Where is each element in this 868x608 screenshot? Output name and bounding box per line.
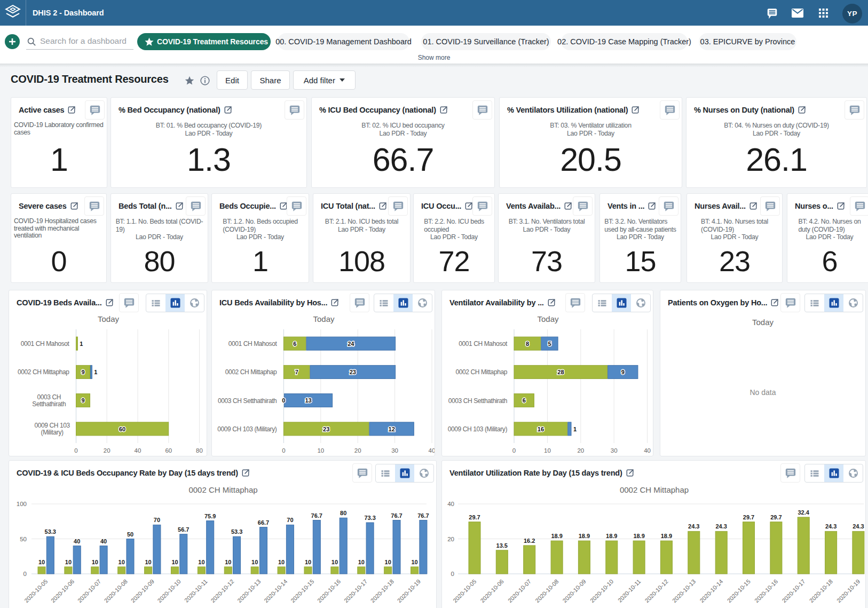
svg-text:10: 10 (278, 559, 285, 565)
svg-text:1: 1 (94, 369, 97, 375)
svg-text:24.3: 24.3 (853, 523, 864, 530)
svg-text:40: 40 (135, 447, 141, 454)
svg-text:0003 CH Setthathirath: 0003 CH Setthathirath (218, 397, 277, 405)
svg-text:9: 9 (81, 397, 84, 404)
svg-text:24.3: 24.3 (688, 523, 699, 530)
svg-text:0002 CH Mittaphap: 0002 CH Mittaphap (455, 368, 507, 376)
svg-text:2020-10-19: 2020-10-19 (835, 578, 861, 604)
svg-text:76.7: 76.7 (391, 512, 402, 519)
svg-text:53.3: 53.3 (231, 528, 242, 535)
svg-text:10: 10 (332, 559, 338, 565)
svg-text:2020-10-12: 2020-10-12 (209, 578, 235, 604)
svg-text:20: 20 (354, 447, 361, 454)
svg-text:23: 23 (323, 426, 329, 432)
svg-text:24: 24 (348, 341, 354, 347)
svg-text:10: 10 (92, 559, 98, 565)
svg-text:10: 10 (198, 559, 204, 565)
svg-text:0001 CH Mahosot: 0001 CH Mahosot (459, 340, 508, 348)
svg-text:23: 23 (350, 369, 356, 375)
svg-text:10: 10 (358, 559, 365, 565)
svg-text:20: 20 (577, 447, 584, 454)
svg-text:2020-10-15: 2020-10-15 (289, 578, 315, 604)
svg-text:1: 1 (80, 341, 83, 347)
svg-text:2020-10-07: 2020-10-07 (507, 578, 532, 604)
svg-text:10: 10 (171, 559, 178, 565)
svg-text:0002 CH Mittaphap: 0002 CH Mittaphap (620, 485, 689, 494)
svg-text:2020-10-13: 2020-10-13 (671, 578, 697, 604)
svg-text:Today: Today (98, 314, 120, 323)
svg-text:10: 10 (38, 559, 45, 565)
svg-text:2020-10-13: 2020-10-13 (236, 578, 262, 604)
svg-text:29.7: 29.7 (743, 514, 754, 520)
svg-text:18.9: 18.9 (661, 533, 672, 539)
svg-text:0: 0 (451, 571, 454, 577)
svg-text:40: 40 (74, 538, 80, 544)
svg-text:18.9: 18.9 (579, 533, 590, 539)
svg-text:0003 CH: 0003 CH (37, 393, 61, 401)
svg-text:32.4: 32.4 (798, 509, 809, 516)
svg-text:66.7: 66.7 (258, 519, 269, 526)
svg-text:73.3: 73.3 (364, 515, 375, 521)
svg-text:100: 100 (17, 501, 27, 507)
svg-text:2020-10-14: 2020-10-14 (698, 578, 724, 604)
svg-text:10: 10 (145, 559, 151, 565)
svg-text:2020-10-11: 2020-10-11 (617, 578, 642, 604)
svg-text:2020-10-10: 2020-10-10 (156, 578, 182, 604)
svg-text:10: 10 (317, 447, 324, 454)
svg-text:10: 10 (119, 559, 125, 565)
svg-text:16: 16 (538, 426, 544, 432)
svg-text:10: 10 (251, 559, 258, 565)
svg-text:2020-10-17: 2020-10-17 (343, 578, 368, 604)
svg-text:30: 30 (391, 447, 398, 454)
svg-text:28: 28 (557, 369, 564, 375)
svg-text:5: 5 (548, 341, 551, 347)
svg-text:50: 50 (127, 531, 133, 538)
svg-text:80: 80 (196, 447, 203, 454)
svg-text:Today: Today (313, 314, 335, 323)
svg-text:8: 8 (526, 341, 529, 347)
svg-text:2020-10-08: 2020-10-08 (103, 578, 129, 604)
svg-text:9: 9 (81, 369, 84, 375)
svg-text:2020-10-10: 2020-10-10 (589, 578, 614, 604)
svg-text:2020-10-11: 2020-10-11 (183, 578, 209, 604)
svg-text:13: 13 (305, 397, 311, 404)
svg-text:76.7: 76.7 (417, 512, 429, 519)
svg-text:0009 CH 103: 0009 CH 103 (34, 422, 70, 429)
svg-text:40: 40 (644, 447, 651, 454)
svg-text:53.3: 53.3 (45, 528, 56, 535)
svg-text:1: 1 (573, 426, 577, 432)
svg-text:2020-10-19: 2020-10-19 (396, 578, 422, 604)
svg-text:40: 40 (100, 538, 107, 544)
svg-text:2020-10-18: 2020-10-18 (369, 578, 395, 604)
svg-text:0: 0 (74, 447, 77, 454)
svg-text:10: 10 (225, 559, 231, 565)
svg-text:2020-10-14: 2020-10-14 (263, 578, 288, 604)
svg-text:18.9: 18.9 (606, 533, 617, 539)
svg-text:10: 10 (65, 559, 72, 565)
svg-text:0002 CH Mittaphap: 0002 CH Mittaphap (18, 368, 69, 376)
svg-text:0001 CH Mahosot: 0001 CH Mahosot (228, 340, 278, 348)
svg-text:60: 60 (119, 426, 125, 432)
svg-text:2020-10-15: 2020-10-15 (726, 578, 752, 604)
svg-text:0009 CH 103 (Military): 0009 CH 103 (Military) (217, 425, 277, 433)
svg-text:6: 6 (293, 341, 296, 347)
svg-text:56.7: 56.7 (178, 526, 189, 533)
svg-text:0: 0 (282, 447, 285, 454)
svg-text:0: 0 (282, 397, 285, 404)
svg-text:9: 9 (621, 369, 625, 375)
svg-text:2020-10-06: 2020-10-06 (50, 578, 75, 604)
svg-text:0002 CH Mittaphap: 0002 CH Mittaphap (225, 368, 277, 376)
svg-text:Today: Today (537, 314, 559, 323)
svg-text:18.9: 18.9 (551, 533, 562, 539)
svg-text:2020-10-17: 2020-10-17 (780, 578, 806, 604)
svg-text:(Military): (Military) (41, 429, 64, 436)
svg-text:13.5: 13.5 (496, 542, 508, 549)
svg-text:10: 10 (411, 559, 417, 565)
svg-text:0: 0 (512, 447, 516, 454)
svg-text:2020-10-07: 2020-10-07 (76, 578, 102, 604)
svg-text:18.9: 18.9 (633, 533, 644, 539)
svg-text:10: 10 (385, 559, 391, 565)
svg-text:12: 12 (389, 426, 395, 432)
svg-text:2020-10-12: 2020-10-12 (644, 578, 669, 604)
svg-text:2020-10-05: 2020-10-05 (23, 578, 49, 604)
